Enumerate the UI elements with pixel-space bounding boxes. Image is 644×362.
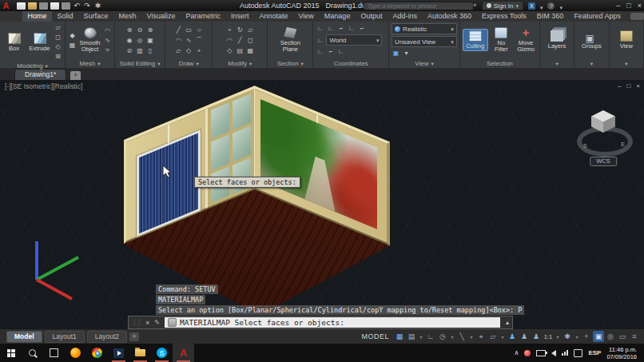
panel-label-mesh[interactable]: Mesh <box>66 58 114 68</box>
tab-bim360[interactable]: BIM 360 <box>531 11 569 22</box>
hardware-acceleration-toggle[interactable] <box>593 331 604 342</box>
panel-label-modify[interactable]: Modify <box>213 58 267 68</box>
ucs-3point-icon[interactable] <box>336 47 345 56</box>
redo-icon[interactable] <box>83 2 91 10</box>
media-icon[interactable] <box>630 13 644 20</box>
tab-view[interactable]: View <box>293 11 319 22</box>
notification-icon[interactable] <box>574 349 582 357</box>
autocad-taskbar-icon[interactable] <box>173 344 194 362</box>
customize-icon[interactable] <box>152 319 162 326</box>
minimize-button[interactable] <box>616 0 620 11</box>
polygon-icon[interactable] <box>185 46 193 55</box>
workspace-gear-icon[interactable] <box>93 2 102 10</box>
tab-featured-apps[interactable]: Featured Apps <box>569 11 626 22</box>
plot-icon[interactable] <box>62 2 70 10</box>
maximize-button[interactable] <box>626 0 630 11</box>
tab-annotate[interactable]: Annotate <box>254 11 293 22</box>
tray-app-icon[interactable] <box>524 350 531 356</box>
save-icon[interactable] <box>39 2 48 10</box>
autodesk-exchange-icon[interactable] <box>528 2 535 10</box>
scale-dropdown-icon[interactable] <box>555 331 561 342</box>
viewport-close-button[interactable] <box>636 82 640 91</box>
panel-label-view[interactable]: View <box>389 59 459 68</box>
tab-addins[interactable]: Add-ins <box>388 11 423 22</box>
start-button[interactable] <box>0 344 22 362</box>
loft-icon[interactable] <box>54 52 62 61</box>
ucs-view-icon[interactable] <box>326 47 335 56</box>
panel-label-layers[interactable] <box>540 58 574 68</box>
copy-icon[interactable] <box>246 36 255 45</box>
tab-output[interactable]: Output <box>356 11 388 22</box>
taper-faces-icon[interactable] <box>136 46 145 55</box>
tab-manage[interactable]: Manage <box>319 11 356 22</box>
ortho-toggle[interactable] <box>425 331 436 342</box>
new-drawing-tab-button[interactable] <box>70 71 81 80</box>
annotation-scale-value[interactable]: 1:1 <box>543 331 554 342</box>
ucs-object-icon[interactable] <box>357 24 366 33</box>
dock-grip-handle[interactable] <box>129 319 143 326</box>
help-icon[interactable] <box>547 2 555 10</box>
slice-icon[interactable] <box>125 36 134 45</box>
smooth-object-button[interactable]: Smooth Object <box>79 27 101 53</box>
view-tools-button[interactable]: View <box>613 30 640 50</box>
tab-express-tools[interactable]: Express Tools <box>476 11 531 22</box>
grid-display-toggle[interactable] <box>394 331 405 342</box>
move-icon[interactable] <box>225 26 234 34</box>
rotate-icon[interactable] <box>236 26 244 34</box>
open-file-icon[interactable] <box>28 2 37 10</box>
tab-insert[interactable]: Insert <box>225 11 254 22</box>
model-tab[interactable]: Model <box>6 331 42 343</box>
circle-icon[interactable] <box>195 26 204 34</box>
culling-button[interactable]: Culling <box>463 29 488 51</box>
new-file-icon[interactable] <box>17 2 26 10</box>
isodraft-dropdown-icon[interactable] <box>468 331 475 342</box>
tab-parametric[interactable]: Parametric <box>181 11 226 22</box>
layout1-tab[interactable]: Layout1 <box>45 331 85 343</box>
spline-icon[interactable] <box>185 36 193 45</box>
ucs-origin-icon[interactable] <box>316 36 324 45</box>
sign-in-button[interactable]: Sign In <box>482 1 523 10</box>
thicken-icon[interactable] <box>136 36 145 45</box>
subtract-icon[interactable] <box>136 26 145 34</box>
panel-label-selection[interactable]: Selection <box>460 58 539 68</box>
tab-solid[interactable]: Solid <box>52 11 78 22</box>
smooth-less-icon[interactable] <box>103 36 112 45</box>
taskbar-search-button[interactable] <box>22 344 43 362</box>
refine-mesh-icon[interactable] <box>103 46 112 54</box>
close-button[interactable] <box>638 0 642 11</box>
save-as-icon[interactable] <box>50 2 59 10</box>
undo-icon[interactable] <box>73 2 81 10</box>
command-line-dock[interactable]: MATERIALMAP Select faces or objects: <box>128 316 513 329</box>
taskbar-clock[interactable]: 11:46 p.m. 07/09/2016 <box>606 346 640 360</box>
panel-label-section[interactable]: Section <box>268 58 312 68</box>
workspace-dropdown-icon[interactable] <box>574 331 580 342</box>
groups-button[interactable]: Groups <box>578 30 605 50</box>
viewport-corner-label[interactable]: [-][SE Isometric][Realistic] <box>5 82 82 90</box>
autocad-app-icon[interactable] <box>0 1 12 11</box>
annotation-monitor-icon[interactable] <box>581 331 592 342</box>
language-indicator[interactable]: ESP <box>588 349 601 356</box>
firefox-taskbar-icon[interactable] <box>65 344 86 362</box>
exchange-search-icon[interactable]: ⌖ <box>473 2 477 10</box>
snap-mode-toggle[interactable] <box>406 331 417 342</box>
ucs-face-icon[interactable] <box>347 24 356 33</box>
polar-tracking-toggle[interactable] <box>437 331 448 342</box>
tab-autodesk360[interactable]: Autodesk 360 <box>422 11 476 22</box>
snap-dropdown-icon[interactable] <box>418 331 424 342</box>
tab-home[interactable]: Home <box>22 11 52 22</box>
erase-icon[interactable] <box>246 46 255 55</box>
point-icon[interactable] <box>195 46 204 55</box>
drawing-tab[interactable]: Drawing1* <box>14 69 66 80</box>
box-button[interactable]: Box <box>2 33 26 52</box>
skype-taskbar-icon[interactable] <box>151 344 173 362</box>
workspace-switching-icon[interactable] <box>562 331 573 342</box>
annotation-visibility-toggle[interactable] <box>507 331 518 342</box>
task-view-button[interactable] <box>43 344 65 362</box>
tray-expand-icon[interactable] <box>515 349 519 356</box>
tab-visualize[interactable]: Visualize <box>141 11 181 22</box>
clean-screen-toggle[interactable] <box>617 331 628 342</box>
move-gizmo-button[interactable]: Move Gizmo <box>515 27 537 53</box>
ucs-icon[interactable] <box>316 24 324 33</box>
mirror-icon[interactable] <box>225 46 234 55</box>
panel-label-groups[interactable] <box>574 58 608 68</box>
